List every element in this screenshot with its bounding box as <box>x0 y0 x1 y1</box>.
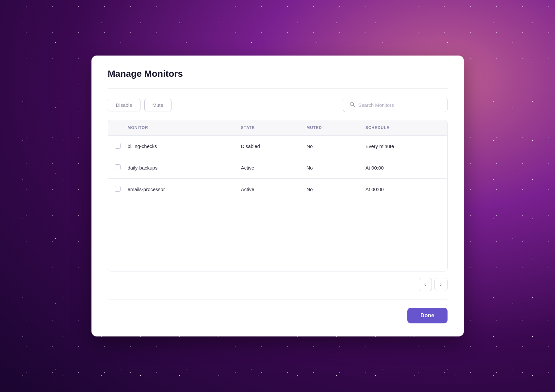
prev-page-button[interactable]: ‹ <box>419 278 432 291</box>
monitors-table-wrapper: MONITOR STATE MUTED SCHEDULE billing-che… <box>108 120 448 271</box>
monitor-schedule-cell: At 00:00 <box>359 179 447 200</box>
svg-line-1 <box>353 105 354 106</box>
monitor-name-cell: emails-processor <box>121 179 235 200</box>
col-monitor: MONITOR <box>121 120 235 136</box>
row-checkbox-cell <box>108 179 121 200</box>
table-row: billing-checksDisabledNoEvery minute <box>108 136 447 157</box>
table-row: emails-processorActiveNoAt 00:00 <box>108 179 447 200</box>
col-muted: MUTED <box>300 120 359 136</box>
disable-button[interactable]: Disable <box>108 99 140 111</box>
monitor-state-cell: Active <box>235 157 300 179</box>
modal-title: Manage Monitors <box>108 69 448 79</box>
monitor-state-cell: Active <box>235 179 300 200</box>
monitors-table: MONITOR STATE MUTED SCHEDULE billing-che… <box>108 120 447 200</box>
modal-dialog: Manage Monitors Disable Mute MONITOR <box>91 56 464 336</box>
monitor-schedule-cell: Every minute <box>359 136 447 157</box>
monitor-muted-cell: No <box>300 136 359 157</box>
toolbar-left: Disable Mute <box>108 99 171 111</box>
table-row: daily-backupsActiveNoAt 00:00 <box>108 157 447 179</box>
toolbar: Disable Mute <box>108 98 448 112</box>
monitor-schedule-cell: At 00:00 <box>359 157 447 179</box>
next-icon: › <box>440 282 442 287</box>
title-divider <box>108 88 448 89</box>
monitor-name-cell: daily-backups <box>121 157 235 179</box>
row-checkbox-cell <box>108 136 121 157</box>
monitor-muted-cell: No <box>300 179 359 200</box>
col-checkbox <box>108 120 121 136</box>
pagination-row: ‹ › <box>108 271 448 294</box>
col-schedule: SCHEDULE <box>359 120 447 136</box>
search-icon <box>349 101 355 108</box>
footer-divider <box>108 300 448 300</box>
col-state: STATE <box>235 120 300 136</box>
table-header-row: MONITOR STATE MUTED SCHEDULE <box>108 120 447 136</box>
monitor-name-cell: billing-checks <box>121 136 235 157</box>
done-button[interactable]: Done <box>407 308 448 323</box>
search-input[interactable] <box>358 102 441 108</box>
monitor-state-cell: Disabled <box>235 136 300 157</box>
search-box <box>343 98 448 112</box>
prev-icon: ‹ <box>424 282 426 287</box>
mute-button[interactable]: Mute <box>144 99 171 111</box>
next-page-button[interactable]: › <box>434 278 448 291</box>
row-checkbox-1[interactable] <box>115 164 121 170</box>
row-checkbox-0[interactable] <box>115 143 121 149</box>
row-checkbox-cell <box>108 157 121 179</box>
row-checkbox-2[interactable] <box>115 186 121 192</box>
monitor-muted-cell: No <box>300 157 359 179</box>
footer-row: Done <box>108 305 448 323</box>
